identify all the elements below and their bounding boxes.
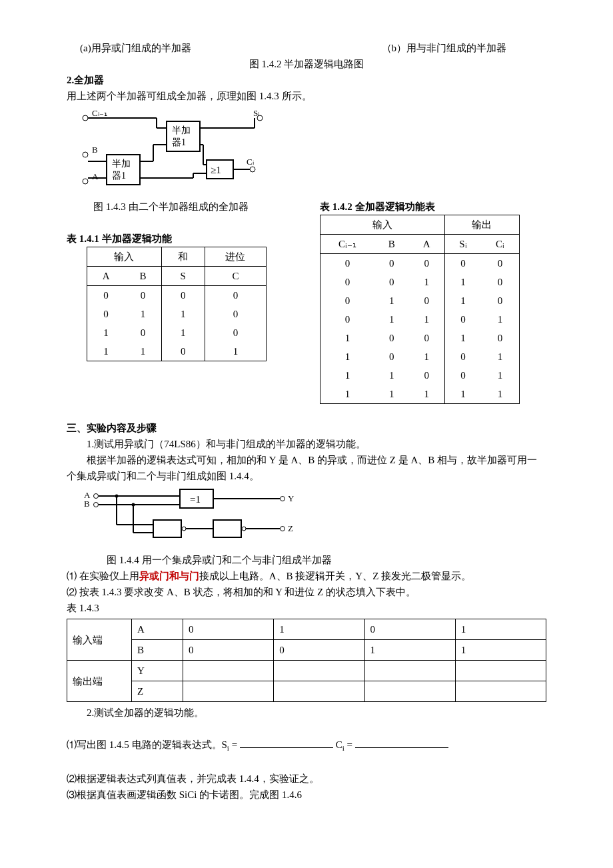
t141-h-s: S [161, 267, 205, 286]
t142-cell: 1 [481, 310, 520, 329]
subcaption-a: (a)用异或门组成的半加器 [80, 40, 191, 56]
block-ha1b-l1: 半加 [172, 125, 191, 135]
t141-cell: 1 [161, 323, 205, 342]
t141-cell: 0 [205, 323, 266, 342]
table-143-label: 表 1.4.3 [67, 600, 546, 616]
t141-cell: 0 [161, 286, 205, 305]
t142-cell: 1 [409, 385, 445, 404]
t142-h-input: 输入 [320, 215, 445, 235]
t143-val: 1 [455, 619, 546, 640]
t142-cell: 1 [374, 291, 409, 310]
pin-z: Z [288, 523, 293, 533]
t143-val: 0 [364, 619, 455, 640]
t143-val [183, 681, 274, 702]
half-adder-svg: A B =1 Y Z [80, 488, 320, 548]
t142-cell: 0 [409, 254, 445, 273]
block-ha1a-l1: 半加 [112, 159, 131, 169]
t143-val [183, 661, 274, 681]
t141-h-input: 输入 [87, 247, 162, 267]
step2-title: 2.测试全加器的逻辑功能。 [67, 705, 546, 721]
step2-item1-c: C [336, 739, 342, 750]
step1-p1: 根据半加器的逻辑表达式可知，相加的和 Y 是 A、B 的异或，而进位 Z 是 A… [67, 452, 546, 484]
fig-143-caption: 图 1.4.3 由二个半加器组成的全加器 [93, 199, 293, 215]
t142-cell: 0 [444, 254, 481, 273]
t142-h-si: Sᵢ [444, 235, 481, 254]
t141-cell: 1 [125, 342, 161, 361]
block-ha1b-l2: 器1 [172, 137, 186, 147]
t143-val: 1 [455, 640, 546, 661]
t142-cell: 1 [444, 329, 481, 347]
t142-cell: 0 [320, 291, 375, 310]
t142-cell: 0 [481, 273, 520, 291]
step2-item2: ⑵根据逻辑表达式列真值表，并完成表 1.4.4，实验证之。 [67, 771, 546, 787]
t142-cell: 1 [409, 347, 445, 366]
t142-cell: 1 [409, 273, 445, 291]
figure-144-diagram: A B =1 Y Z [80, 488, 546, 548]
t142-cell: 0 [320, 273, 375, 291]
t141-cell: 1 [87, 323, 125, 342]
subcaption-b: （b）用与非门组成的半加器 [382, 40, 507, 56]
t141-h-b: B [125, 267, 161, 286]
t142-cell: 1 [320, 329, 375, 347]
svg-point-44 [281, 527, 285, 531]
table-142-title: 表 1.4.2 全加器逻辑功能表 [320, 199, 546, 215]
t142-h-a: A [409, 235, 445, 254]
step2-item1-pre: ⑴写出图 1.4.5 电路的逻辑表达式。S [67, 739, 227, 750]
pin-si: Sᵢ [253, 108, 259, 118]
t142-cell: 0 [444, 366, 481, 385]
t142-cell: 1 [481, 347, 520, 366]
pin-ci-1: Cᵢ₋₁ [92, 108, 107, 118]
t142-cell: 0 [374, 254, 409, 273]
t142-cell: 0 [320, 310, 375, 329]
svg-point-2 [83, 179, 88, 184]
t142-cell: 1 [444, 385, 481, 404]
t142-h-output: 输出 [444, 215, 519, 235]
table-143: 输入端A0101B0011输出端YZ [67, 619, 546, 702]
section-2-title: 2.全加器 [67, 72, 546, 88]
t141-h-sum: 和 [161, 247, 205, 267]
t143-val: 0 [183, 640, 274, 661]
t142-cell: 1 [374, 366, 409, 385]
t142-cell: 0 [409, 366, 445, 385]
t142-cell: 0 [374, 273, 409, 291]
fig-144-caption: 图 1.4.4 用一个集成异或门和二个与非门组成半加器 [107, 552, 546, 568]
step1-item1: ⑴ 在实验仪上用异或门和与门接成以上电路。A、B 接逻辑开关，Y、Z 接发光二极… [67, 568, 546, 584]
t142-cell: 0 [481, 254, 520, 273]
blank-ci [355, 737, 448, 748]
t141-cell: 1 [125, 305, 161, 323]
t142-cell: 1 [320, 366, 375, 385]
svg-rect-28 [153, 520, 181, 537]
t141-cell: 0 [161, 342, 205, 361]
t143-sym: A [132, 619, 183, 640]
t143-val [274, 681, 364, 702]
block-ha1a-l2: 器1 [112, 171, 126, 181]
t142-cell: 1 [320, 385, 375, 404]
svg-rect-29 [213, 520, 241, 537]
t142-cell: 1 [444, 291, 481, 310]
t142-cell: 0 [409, 291, 445, 310]
t142-h-b: B [374, 235, 409, 254]
t143-group: 输出端 [67, 661, 132, 702]
pin-ci: Cᵢ [247, 157, 254, 167]
t141-h-carry: 进位 [205, 247, 266, 267]
t143-val: 0 [183, 619, 274, 640]
t143-group: 输入端 [67, 619, 132, 661]
t143-sym: Z [132, 681, 183, 702]
t142-cell: 1 [409, 310, 445, 329]
step1-item1-post: 接成以上电路。A、B 接逻辑开关，Y、Z 接发光二极管显示。 [199, 571, 471, 581]
t141-cell: 0 [87, 305, 125, 323]
step2-item1-eq: = [344, 739, 355, 750]
table-141-title: 表 1.4.1 半加器逻辑功能 [67, 231, 293, 247]
t141-cell: 1 [161, 305, 205, 323]
step1-item1-red: 异或门和与门 [139, 571, 199, 581]
svg-point-26 [94, 503, 99, 507]
svg-point-41 [281, 497, 285, 501]
t142-cell: 1 [374, 310, 409, 329]
svg-point-24 [250, 167, 255, 172]
t141-cell: 1 [87, 342, 125, 361]
pin-b: B [92, 145, 98, 155]
svg-point-42 [242, 527, 246, 531]
t143-sym: B [132, 640, 183, 661]
step2-item1: ⑴写出图 1.4.5 电路的逻辑表达式。Si = Ci = [67, 737, 546, 755]
step2-item1-mid: = [229, 739, 240, 750]
